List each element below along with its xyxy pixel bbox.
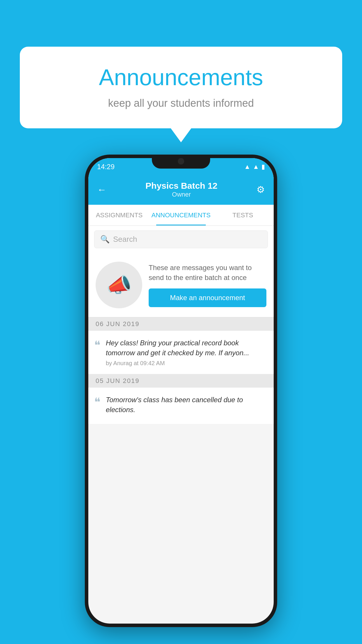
date-label-2: 05 JUN 2019 (96, 377, 139, 384)
batch-subtitle: Owner (145, 191, 217, 198)
announcement-item-1[interactable]: ❝ Hey class! Bring your practical record… (88, 331, 274, 374)
search-box[interactable]: 🔍 Search (94, 230, 268, 248)
announcement-item-2[interactable]: ❝ Tomorrow's class has been cancelled du… (88, 388, 274, 424)
phone-camera (178, 158, 184, 164)
tab-tests[interactable]: TESTS (212, 205, 274, 225)
announcement-content-1: Hey class! Bring your practical record b… (106, 338, 268, 367)
status-time: 14:29 (97, 163, 115, 171)
tab-bar: ASSIGNMENTS ANNOUNCEMENTS TESTS (88, 205, 274, 226)
search-placeholder: Search (113, 235, 137, 244)
phone-frame: 14:29 ▲ ▲ ▮ ← Physics Batch 12 Owner ⚙ A… (85, 155, 277, 627)
bubble-title: Announcements (34, 64, 328, 91)
bubble-subtitle: keep all your students informed (34, 97, 328, 109)
announcement-text-1: Hey class! Bring your practical record b… (106, 338, 268, 358)
megaphone-icon: 📣 (106, 273, 132, 297)
phone-screen: 14:29 ▲ ▲ ▮ ← Physics Batch 12 Owner ⚙ A… (88, 158, 274, 624)
wifi-icon: ▲ (244, 163, 250, 171)
header-center: Physics Batch 12 Owner (145, 181, 217, 198)
phone-notch (152, 155, 210, 169)
tab-assignments[interactable]: ASSIGNMENTS (88, 205, 150, 225)
quote-icon-2: ❝ (94, 396, 101, 408)
search-icon: 🔍 (100, 235, 110, 244)
date-label-1: 06 JUN 2019 (96, 320, 139, 328)
app-header: ← Physics Batch 12 Owner ⚙ (88, 176, 274, 205)
announcement-meta-1: by Anurag at 09:42 AM (106, 360, 268, 367)
date-divider-1: 06 JUN 2019 (88, 317, 274, 331)
date-divider-2: 05 JUN 2019 (88, 374, 274, 388)
promo-right: These are messages you want to send to t… (149, 263, 266, 307)
settings-gear-icon[interactable]: ⚙ (256, 184, 265, 195)
promo-description: These are messages you want to send to t… (149, 263, 266, 282)
status-icons: ▲ ▲ ▮ (244, 163, 265, 171)
back-button[interactable]: ← (97, 184, 106, 195)
batch-title: Physics Batch 12 (145, 181, 217, 191)
quote-icon-1: ❝ (94, 340, 101, 351)
announcement-content-2: Tomorrow's class has been cancelled due … (106, 395, 268, 417)
speech-bubble-container: Announcements keep all your students inf… (20, 47, 342, 128)
announcement-text-2: Tomorrow's class has been cancelled due … (106, 395, 268, 414)
tab-announcements[interactable]: ANNOUNCEMENTS (150, 205, 212, 225)
promo-section: 📣 These are messages you want to send to… (88, 253, 274, 317)
battery-icon: ▮ (261, 163, 265, 171)
speech-bubble: Announcements keep all your students inf… (20, 47, 342, 128)
make-announcement-button[interactable]: Make an announcement (149, 288, 266, 307)
megaphone-circle: 📣 (96, 262, 142, 308)
signal-icon: ▲ (253, 163, 259, 171)
search-container: 🔍 Search (88, 226, 274, 253)
